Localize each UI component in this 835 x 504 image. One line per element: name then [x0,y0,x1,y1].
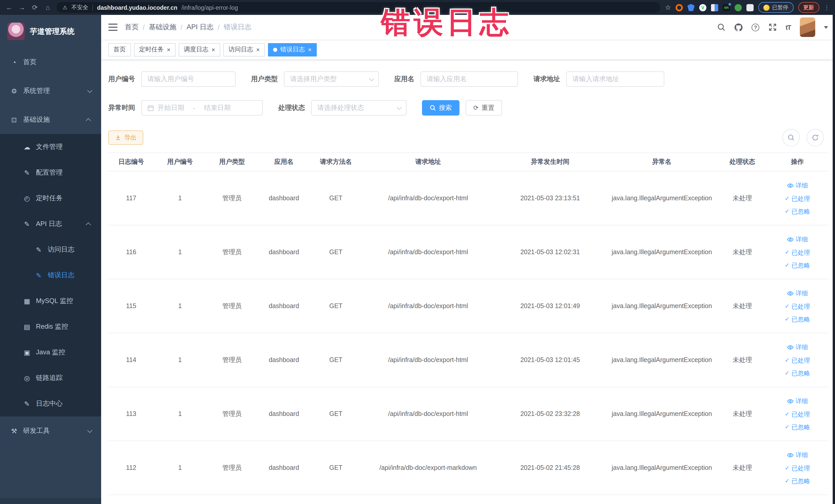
breadcrumb-item[interactable]: 首页 [125,23,139,32]
request-url-input[interactable]: 请输入请求地址 [566,72,664,87]
action-已处理[interactable]: ✓已处理 [785,465,810,471]
action-已忽略[interactable]: ✓已忽略 [785,370,810,376]
bookmark-star-icon[interactable]: ☆ [665,4,671,11]
action-已处理[interactable]: ✓已处理 [785,195,810,202]
extension-puzzle-icon[interactable] [747,4,754,11]
sidebar-item-错误日志[interactable]: ✎错误日志 [0,262,101,288]
tab-首页[interactable]: 首页 [108,43,131,56]
sidebar-item-API-日志[interactable]: ✎API 日志 [0,211,101,237]
sidebar-item-Redis-监控[interactable]: ▤Redis 监控 [0,314,101,339]
action-已处理[interactable]: ✓已处理 [785,357,810,363]
action-详细[interactable]: 详细 [787,398,808,404]
extension-sprout-icon[interactable] [735,4,742,11]
status-select[interactable]: 请选择处理状态 [311,100,407,116]
tab-定时任务[interactable]: 定时任务× [134,43,176,56]
eye-icon [787,236,794,243]
sidebar-item-label: 配置管理 [36,168,63,177]
action-详细[interactable]: 详细 [787,182,808,189]
fullscreen-icon[interactable] [768,23,777,32]
action-已处理[interactable]: ✓已处理 [785,303,810,309]
sidebar-item-MySQL-监控[interactable]: ▦MySQL 监控 [0,288,101,314]
overlay-annotation-title: 错误日志 [381,3,512,43]
search-icon[interactable] [717,23,726,32]
user-avatar[interactable] [799,18,815,37]
action-已忽略[interactable]: ✓已忽略 [785,208,810,215]
user-id-input[interactable]: 请输入用户编号 [141,72,236,87]
action-已处理[interactable]: ✓已处理 [785,411,810,417]
edit-square-icon: ✎ [23,169,31,176]
download-icon [115,135,121,141]
sidebar-item-文件管理[interactable]: ☁文件管理 [0,134,101,160]
reload-icon[interactable]: ⟳ [31,4,39,11]
sidebar-item-日志中心[interactable]: ✎日志中心 [0,391,101,417]
toggle-search-button[interactable] [782,129,799,146]
url-path[interactable]: /infra/log/api-error-log [182,4,238,11]
sidebar-item-定时任务[interactable]: ◴定时任务 [0,185,101,211]
action-已忽略[interactable]: ✓已忽略 [785,424,810,430]
browser-scrollbar[interactable] [833,15,835,504]
cell-status: 未处理 [718,225,767,279]
close-icon[interactable]: × [211,46,215,53]
close-icon[interactable]: × [167,46,170,53]
app-name-input[interactable]: 请输入应用名 [421,72,518,87]
sidebar-item-配置管理[interactable]: ✎配置管理 [0,160,101,185]
breadcrumb-item[interactable]: 基础设施 [149,23,177,32]
sidebar-item-首页[interactable]: ◔首页 [0,48,101,77]
user-menu-caret-icon[interactable] [824,26,828,28]
update-button[interactable]: 更新 [798,2,819,13]
close-icon[interactable]: × [256,46,260,53]
user-type-select[interactable]: 请选择用户类型 [284,72,379,87]
extension-grid-icon[interactable] [711,4,718,11]
action-详细[interactable]: 详细 [787,236,808,243]
security-label[interactable]: 不安全 [72,4,88,11]
tab-访问日志[interactable]: 访问日志× [223,43,265,56]
breadcrumb-item[interactable]: API 日志 [187,23,213,32]
close-icon[interactable]: × [308,46,312,53]
app-logo-row[interactable]: 芋道管理系统 [0,15,101,48]
action-详细[interactable]: 详细 [787,344,808,350]
back-icon[interactable]: ← [5,4,13,11]
sidebar-item-Java-监控[interactable]: ▣Java 监控 [0,339,101,365]
forward-icon[interactable]: → [18,4,26,11]
font-size-icon[interactable]: tT [786,23,791,31]
address-bar[interactable]: ⚠ 不安全 dashboard.yudao.iocoder.cn/infra/l… [57,2,660,13]
date-range-picker[interactable]: 开始日期 - 结束日期 [141,100,263,116]
export-button[interactable]: 导出 [108,130,143,145]
chevron-down-icon [87,87,93,93]
action-label: 已处理 [792,411,810,417]
action-label: 已忽略 [792,424,810,430]
action-详细[interactable]: 详细 [787,290,808,297]
cell-actions: 详细✓已处理✓已忽略 [767,333,828,387]
sidebar-item-研发工具[interactable]: ⚒研发工具 [0,417,101,445]
tab-错误日志[interactable]: 错误日志× [268,43,317,56]
action-已忽略[interactable]: ✓已忽略 [785,316,810,322]
home-icon[interactable]: ⌂ [44,4,52,11]
sidebar-item-链路追踪[interactable]: ◎链路追踪 [0,365,101,391]
action-label: 详细 [796,236,808,242]
sidebar-item-基础设施[interactable]: ⊡基础设施 [0,105,101,134]
action-已处理[interactable]: ✓已处理 [785,249,810,256]
reset-button[interactable]: ⟳ 重置 [466,100,502,116]
github-icon[interactable] [734,23,743,32]
start-date-placeholder: 开始日期 [158,103,184,113]
refresh-table-button[interactable] [806,129,824,146]
extension-blue-shield-icon[interactable] [687,4,695,11]
extension-orange-ring-icon[interactable] [676,4,683,11]
browser-menu-icon[interactable]: ⋮ [824,4,830,11]
cell-status: 未处理 [718,279,767,333]
sidebar-item-访问日志[interactable]: ✎访问日志 [0,237,101,262]
action-已忽略[interactable]: ✓已忽略 [785,478,810,484]
url-host[interactable]: dashboard.yudao.iocoder.cn [97,4,177,11]
tab-调度日志[interactable]: 调度日志× [179,43,220,56]
extension-on-badge-icon[interactable]: on [723,4,730,11]
search-button[interactable]: 搜索 [422,100,460,116]
extension-green-v-icon[interactable]: V [699,4,707,11]
action-已忽略[interactable]: ✓已忽略 [785,262,810,268]
sidebar-item-系统管理[interactable]: ⚙系统管理 [0,77,101,105]
paused-profile-pill[interactable]: 已暂停 [758,2,793,13]
sidebar-fold-icon[interactable] [108,24,118,31]
help-icon[interactable]: ? [752,23,759,31]
browser-window: ← → ⟳ ⌂ ⚠ 不安全 dashboard.yudao.iocoder.cn… [0,0,835,504]
table-row: 1151管理员dashboardGET/api/infra/db-doc/exp… [108,279,828,333]
action-详细[interactable]: 详细 [787,451,808,458]
